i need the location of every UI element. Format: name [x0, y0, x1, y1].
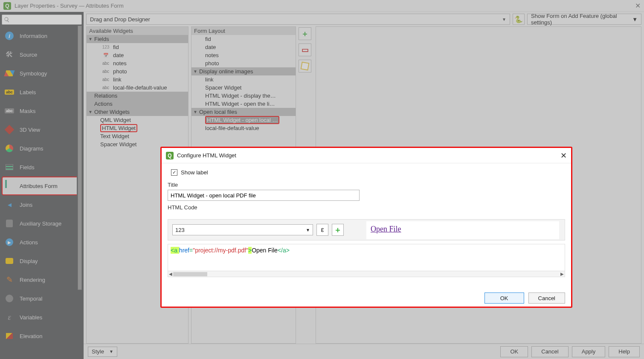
- preview-link[interactable]: Open File: [371, 225, 401, 233]
- html-preview: Open File: [366, 221, 559, 239]
- html-code-editor[interactable]: <a href="project://my-pdf.pdf">Open File…: [168, 244, 565, 277]
- chevron-down-icon: ▼: [306, 228, 310, 232]
- dialog-footer: OK Cancel: [162, 290, 571, 307]
- show-label-checkbox[interactable]: ✓ Show label: [171, 169, 565, 176]
- close-icon[interactable]: ✕: [560, 151, 567, 160]
- configure-html-widget-dialog: Q Configure HTML Widget ✕ ✓ Show label T…: [160, 147, 572, 308]
- expression-editor-button[interactable]: ε: [316, 224, 328, 236]
- ok-button[interactable]: OK: [484, 292, 524, 304]
- qgis-icon: Q: [166, 152, 174, 159]
- scroll-left-icon: ◀: [169, 272, 172, 276]
- html-code-label: HTML Code: [168, 204, 565, 211]
- combo-value: 123: [175, 227, 185, 233]
- dialog-title: Configure HTML Widget: [177, 152, 557, 159]
- insert-expression-button[interactable]: ＋: [332, 224, 344, 236]
- plus-icon: ＋: [334, 225, 342, 235]
- checkbox-icon: ✓: [171, 169, 177, 176]
- scroll-right-icon: ▶: [560, 272, 564, 276]
- expression-combo[interactable]: 123 ▼: [172, 224, 313, 235]
- code-scrollbar[interactable]: ◀ ▶: [168, 271, 565, 277]
- cancel-button[interactable]: Cancel: [528, 292, 565, 304]
- title-input[interactable]: [168, 190, 360, 201]
- dialog-titlebar: Q Configure HTML Widget ✕: [162, 148, 571, 163]
- epsilon-icon: ε: [321, 226, 324, 234]
- title-label: Title: [168, 182, 565, 188]
- checkbox-label: Show label: [181, 169, 208, 176]
